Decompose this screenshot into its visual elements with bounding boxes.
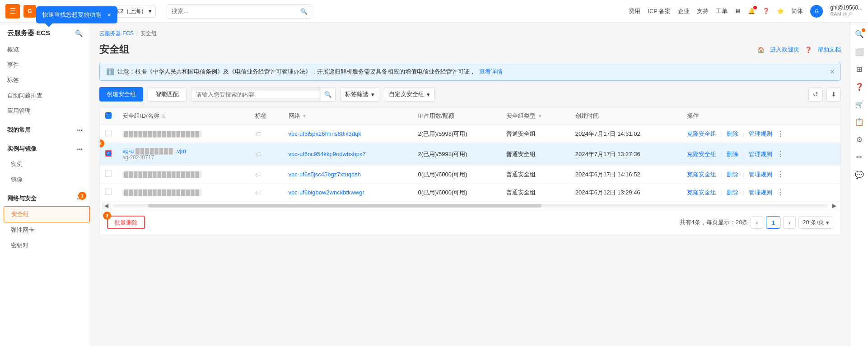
side-table-icon[interactable]: ⊞ bbox=[856, 65, 862, 74]
more-actions-2[interactable]: ⋮ bbox=[777, 150, 784, 158]
manage-rules-1[interactable]: 管理规则 bbox=[749, 130, 772, 138]
manage-rules-3[interactable]: 管理规则 bbox=[749, 171, 772, 179]
td-tag-1: 🏷 bbox=[250, 125, 283, 143]
toolbar-search-btn[interactable]: 🔍 bbox=[321, 87, 335, 101]
side-db-icon[interactable]: ⬜ bbox=[855, 47, 864, 56]
nav-enterprise[interactable]: 企业 bbox=[678, 7, 690, 15]
nav-star-icon[interactable]: ⭐ bbox=[777, 8, 784, 14]
nav-workorder[interactable]: 工单 bbox=[716, 7, 728, 15]
toolbar-search-input[interactable] bbox=[191, 91, 321, 98]
sidebar-item-tags[interactable]: 标签 bbox=[0, 73, 90, 88]
filter-network-icon[interactable]: ▼ bbox=[302, 113, 307, 119]
refresh-btn[interactable]: ↺ bbox=[808, 87, 823, 101]
manage-rules-4[interactable]: 管理规则 bbox=[749, 189, 772, 197]
select-all-checkbox[interactable] bbox=[105, 112, 112, 119]
sidebar-item-instances[interactable]: 实例 bbox=[4, 157, 90, 172]
enter-welcome-link[interactable]: 进入欢迎页 bbox=[770, 46, 799, 54]
side-settings-icon[interactable]: ⚙ bbox=[856, 135, 863, 144]
popup-close-btn[interactable]: × bbox=[107, 11, 111, 18]
sg-id-link-2[interactable]: sg-u████████.vjm bbox=[122, 148, 244, 154]
scroll-right-btn[interactable]: ▶ bbox=[830, 203, 839, 209]
scroll-left-btn[interactable]: ◀ bbox=[102, 203, 111, 209]
nav-logo[interactable]: G bbox=[23, 5, 36, 18]
nav-icp[interactable]: ICP 备案 bbox=[648, 7, 671, 15]
side-edit-icon[interactable]: ✏ bbox=[856, 153, 862, 161]
sidebar-item-security-groups[interactable]: 安全组 bbox=[4, 206, 90, 222]
tag-filter-dropdown[interactable]: 标签筛选 ▾ bbox=[340, 87, 379, 101]
page-size-select[interactable]: 20 条/页 ▾ bbox=[798, 216, 833, 229]
nav-cost[interactable]: 费用 bbox=[629, 7, 640, 15]
notice-close-btn[interactable]: ✕ bbox=[830, 68, 835, 75]
instances-expand-icon[interactable]: ⋯ bbox=[77, 146, 83, 152]
more-actions-1[interactable]: ⋮ bbox=[777, 129, 784, 138]
network-link-1[interactable]: vpc-uf6i5px26fmns80ix3dqk bbox=[289, 130, 361, 137]
create-security-group-btn[interactable]: 创建安全组 bbox=[99, 87, 143, 101]
delete-sg-2[interactable]: 删除 bbox=[727, 150, 738, 158]
help-doc-link[interactable]: 帮助文档 bbox=[817, 46, 841, 54]
row-checkbox-1[interactable] bbox=[105, 130, 112, 136]
quick-search-popup: 快速查找您想要的功能 × bbox=[36, 6, 117, 23]
prev-page-btn[interactable]: ‹ bbox=[751, 216, 763, 229]
side-list-icon[interactable]: 📋 bbox=[855, 118, 864, 126]
network-link-3[interactable]: vpc-uf6s5jsc45bgz7xtuqdsh bbox=[289, 171, 361, 178]
sg-type-dropdown[interactable]: 自定义安全组 ▾ bbox=[384, 87, 435, 101]
clone-sg-1[interactable]: 克隆安全组 bbox=[687, 130, 716, 138]
tag-icon-2[interactable]: 🏷 bbox=[255, 151, 261, 158]
side-cart-icon[interactable]: 🛒 bbox=[855, 100, 864, 109]
nav-lang[interactable]: 简体 bbox=[791, 7, 803, 15]
next-page-btn[interactable]: › bbox=[783, 216, 796, 229]
tag-icon-1[interactable]: 🏷 bbox=[255, 130, 261, 138]
row-checkbox-4[interactable] bbox=[105, 189, 112, 195]
scroll-track[interactable] bbox=[112, 204, 828, 208]
nav-monitor-icon[interactable]: 🖥 bbox=[735, 8, 741, 14]
sidebar-group-network-header[interactable]: 网络与安全 ⋯ bbox=[0, 191, 90, 206]
sidebar-item-keypairs[interactable]: 密钥对 bbox=[4, 238, 90, 253]
notice-link[interactable]: 查看详情 bbox=[479, 68, 503, 76]
manage-rules-2[interactable]: 管理规则 bbox=[749, 150, 772, 158]
side-chat-icon[interactable]: 💬 bbox=[855, 171, 864, 179]
tag-icon-4[interactable]: 🏷 bbox=[255, 189, 261, 196]
td-network-4: vpc-uf6bigbow2wnckbtkwwgr bbox=[283, 184, 413, 202]
sidebar-group-favorites-header[interactable]: 我的常用 ⋯ bbox=[0, 122, 90, 138]
delete-sg-3[interactable]: 删除 bbox=[727, 171, 738, 179]
network-link-2[interactable]: vpc-uf6nc954kkp9odwbxbpx7 bbox=[289, 151, 366, 157]
side-search-icon[interactable]: 🔍 bbox=[855, 30, 864, 38]
side-help-icon[interactable]: ❓ bbox=[855, 83, 864, 91]
download-btn[interactable]: ⬇ bbox=[826, 87, 841, 101]
search-input[interactable] bbox=[167, 4, 311, 18]
user-avatar[interactable]: G bbox=[810, 5, 823, 18]
sidebar-item-apps[interactable]: 应用管理 bbox=[0, 103, 90, 119]
clone-sg-4[interactable]: 克隆安全组 bbox=[687, 189, 716, 197]
network-link-4[interactable]: vpc-uf6bigbow2wnckbtkwwgr bbox=[289, 189, 364, 196]
smart-match-btn[interactable]: 智能匹配 bbox=[148, 87, 187, 101]
nav-bell[interactable]: 🔔 bbox=[748, 8, 755, 14]
sidebar-item-events[interactable]: 事件 bbox=[0, 57, 90, 73]
row-checkbox-3[interactable] bbox=[105, 171, 112, 177]
breadcrumb-ecs[interactable]: 云服务器 ECS bbox=[99, 30, 134, 37]
delete-sg-1[interactable]: 删除 bbox=[727, 130, 738, 138]
sidebar-group-instances-header[interactable]: 实例与镜像 ⋯ bbox=[0, 141, 90, 157]
sidebar-item-overview[interactable]: 概览 bbox=[0, 42, 90, 57]
current-page[interactable]: 1 bbox=[766, 216, 780, 229]
tag-icon-3[interactable]: 🏷 bbox=[255, 171, 261, 178]
clone-sg-3[interactable]: 克隆安全组 bbox=[687, 171, 716, 179]
sidebar-item-troubleshoot[interactable]: 自助问题排查 bbox=[0, 88, 90, 103]
more-actions-4[interactable]: ⋮ bbox=[777, 188, 784, 197]
hamburger-menu[interactable]: ☰ bbox=[5, 4, 20, 18]
actions-3: 克隆安全组 | 删除 | 管理规则 ⋮ bbox=[687, 170, 835, 179]
clone-sg-2[interactable]: 克隆安全组 bbox=[687, 150, 716, 158]
table-scroll[interactable]: 安全组ID/名称 ⊞ 标签 网络 bbox=[100, 107, 840, 201]
delete-sg-4[interactable]: 删除 bbox=[727, 189, 738, 197]
favorites-more-icon[interactable]: ⋯ bbox=[77, 127, 83, 134]
more-actions-3[interactable]: ⋮ bbox=[777, 170, 784, 179]
row-checkbox-2[interactable] bbox=[105, 150, 112, 157]
sidebar-search-icon[interactable]: 🔍 bbox=[75, 30, 83, 37]
sidebar-item-nic[interactable]: 弹性网卡 bbox=[4, 222, 90, 238]
user-info[interactable]: ghl@19560... RAM 用户 bbox=[830, 5, 863, 18]
nav-support[interactable]: 支持 bbox=[697, 7, 709, 15]
sort-id-icon[interactable]: ⊞ bbox=[161, 113, 165, 119]
filter-type-icon[interactable]: ▼ bbox=[537, 113, 542, 119]
sidebar-item-images[interactable]: 镜像 bbox=[4, 172, 90, 187]
nav-help-icon[interactable]: ❓ bbox=[762, 8, 770, 14]
batch-delete-btn[interactable]: 批量删除 bbox=[107, 216, 145, 229]
